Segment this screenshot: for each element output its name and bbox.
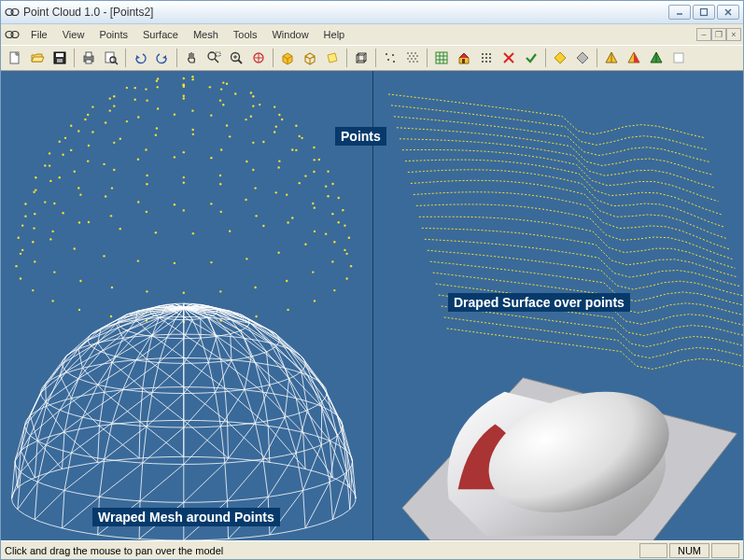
svg-point-211 xyxy=(348,237,350,239)
points-sparse-icon[interactable] xyxy=(380,48,400,68)
grid-dots-icon[interactable] xyxy=(476,48,497,68)
svg-point-164 xyxy=(229,230,231,231)
svg-point-240 xyxy=(345,277,347,279)
menu-surface[interactable]: Surface xyxy=(135,27,186,42)
svg-line-17 xyxy=(115,62,118,64)
svg-point-233 xyxy=(219,183,221,185)
svg-point-147 xyxy=(49,164,50,166)
svg-point-159 xyxy=(331,183,333,185)
svg-point-234 xyxy=(254,187,256,189)
svg-point-242 xyxy=(314,300,316,301)
redo-icon[interactable] xyxy=(152,48,173,68)
svg-line-426 xyxy=(140,464,184,500)
svg-point-130 xyxy=(146,99,147,101)
diamond-gray-icon[interactable] xyxy=(572,48,593,68)
svg-point-206 xyxy=(246,161,247,162)
svg-point-136 xyxy=(318,159,320,161)
diamond-yellow-icon[interactable] xyxy=(550,48,570,68)
zoom-window-icon[interactable] xyxy=(204,48,224,68)
delete-red-icon[interactable] xyxy=(498,48,519,68)
svg-point-189 xyxy=(246,258,247,259)
svg-point-222 xyxy=(53,271,55,273)
svg-point-171 xyxy=(35,189,36,190)
svg-point-168 xyxy=(88,221,90,223)
svg-point-257 xyxy=(78,221,80,223)
svg-point-46 xyxy=(414,58,416,60)
separator xyxy=(176,49,177,67)
svg-line-427 xyxy=(99,463,142,497)
menu-window[interactable]: Window xyxy=(264,27,316,42)
svg-point-155 xyxy=(245,119,246,120)
mdi-close-button[interactable]: × xyxy=(726,28,741,41)
svg-point-169 xyxy=(62,212,63,214)
svg-point-47 xyxy=(409,61,411,63)
svg-point-44 xyxy=(407,58,409,60)
svg-point-198 xyxy=(24,203,26,204)
separator xyxy=(125,49,126,67)
svg-point-156 xyxy=(275,125,277,127)
svg-line-456 xyxy=(15,461,18,487)
minimize-button[interactable] xyxy=(668,5,691,20)
menu-points[interactable]: Points xyxy=(91,27,135,42)
menu-mesh[interactable]: Mesh xyxy=(186,27,226,42)
pyramid-red-icon[interactable] xyxy=(624,48,644,68)
viewport[interactable]: Points Draped Surface over points Wraped… xyxy=(1,71,743,540)
check-green-icon[interactable] xyxy=(521,48,541,68)
app-menu-icon[interactable] xyxy=(3,26,21,43)
open-icon[interactable] xyxy=(27,48,48,68)
print-preview-icon[interactable] xyxy=(101,48,121,68)
svg-point-166 xyxy=(155,231,157,233)
svg-point-34 xyxy=(386,53,387,55)
new-icon[interactable] xyxy=(5,48,25,68)
separator xyxy=(375,49,376,67)
zoom-extents-icon[interactable] xyxy=(248,48,269,68)
cube-wire-icon[interactable] xyxy=(351,48,372,68)
undo-icon[interactable] xyxy=(130,48,150,68)
zoom-icon[interactable] xyxy=(226,48,246,68)
svg-point-264 xyxy=(314,231,316,232)
svg-point-36 xyxy=(387,59,389,61)
points-dense-icon[interactable] xyxy=(402,48,423,68)
svg-point-40 xyxy=(414,52,416,54)
svg-point-149 xyxy=(59,141,61,143)
maximize-button[interactable] xyxy=(693,5,715,20)
svg-point-241 xyxy=(333,289,335,291)
mdi-minimize-button[interactable]: – xyxy=(696,28,711,41)
svg-line-347 xyxy=(247,318,279,340)
svg-line-360 xyxy=(66,340,88,356)
pyramid-green-icon[interactable] xyxy=(646,48,667,68)
close-button[interactable] xyxy=(717,5,739,20)
sheet-icon[interactable] xyxy=(322,48,343,68)
svg-line-382 xyxy=(46,379,78,402)
house-icon[interactable] xyxy=(454,48,474,68)
svg-point-260 xyxy=(183,209,185,211)
grid-green-icon[interactable] xyxy=(431,48,452,68)
blank-icon[interactable] xyxy=(668,48,689,68)
svg-point-108 xyxy=(84,119,86,120)
svg-point-255 xyxy=(32,241,34,243)
svg-line-410 xyxy=(60,375,71,399)
pyramid-yellow-icon[interactable] xyxy=(601,48,622,68)
mdi-restore-button[interactable]: ❐ xyxy=(711,28,726,41)
svg-point-64 xyxy=(489,61,491,63)
pan-icon[interactable] xyxy=(181,48,202,68)
menu-view[interactable]: View xyxy=(55,27,92,42)
svg-point-199 xyxy=(33,191,35,193)
window-title: Point Cloud 1.0 - [Points2] xyxy=(23,6,668,19)
svg-point-39 xyxy=(411,52,413,54)
box-wire-icon[interactable] xyxy=(300,48,320,68)
svg-point-167 xyxy=(119,228,121,230)
svg-point-127 xyxy=(70,125,72,127)
menu-file[interactable]: File xyxy=(23,27,55,42)
box-solid-icon[interactable] xyxy=(277,48,298,68)
save-icon[interactable] xyxy=(49,48,70,68)
print-icon[interactable] xyxy=(78,48,99,68)
separator xyxy=(427,49,428,67)
menu-tools[interactable]: Tools xyxy=(226,27,265,42)
svg-point-244 xyxy=(255,315,257,317)
menu-help[interactable]: Help xyxy=(316,27,353,42)
svg-point-60 xyxy=(485,57,487,59)
svg-point-190 xyxy=(210,261,212,263)
svg-line-19 xyxy=(215,59,218,63)
svg-point-131 xyxy=(183,97,185,99)
